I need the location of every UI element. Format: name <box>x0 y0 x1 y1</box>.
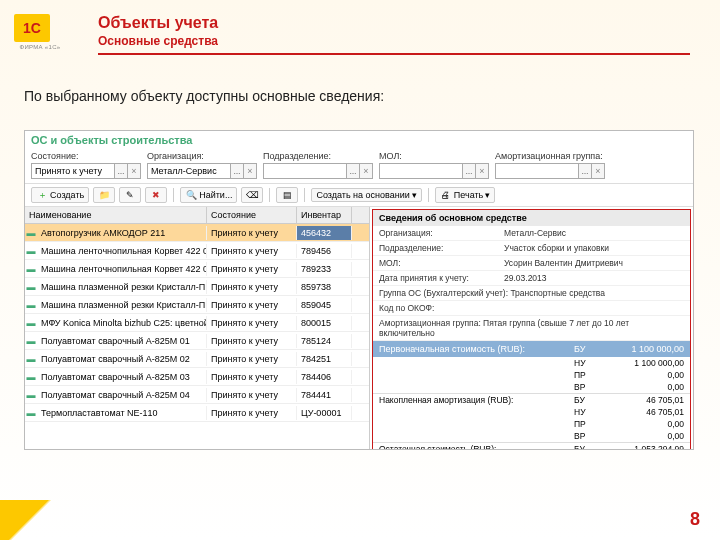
date-value: 29.03.2013 <box>504 273 684 283</box>
okof-label: Код по ОКОФ: <box>379 303 684 313</box>
list-button[interactable]: ▤ <box>276 187 298 203</box>
item-icon: ▬ <box>25 372 37 382</box>
cell-state: Принято к учету <box>207 406 297 420</box>
th-state[interactable]: Состояние <box>207 207 297 223</box>
table-header: Наименование Состояние Инвентар <box>25 207 369 224</box>
cost-k: НУ <box>574 358 604 368</box>
table-row[interactable]: ▬МФУ Konica Minolta bizhub C25: цветной;… <box>25 314 369 332</box>
table-row[interactable]: ▬Машина ленточнопильная Корвет 422 01При… <box>25 242 369 260</box>
table-row[interactable]: ▬Машина плазменной резки Кристалл-ППлПри… <box>25 278 369 296</box>
cell-state: Принято к учету <box>207 226 297 240</box>
cost-k: ВР <box>574 382 604 392</box>
cell-name: МФУ Konica Minolta bizhub C25: цветной; … <box>37 316 207 330</box>
delete-button[interactable]: ✖ <box>145 187 167 203</box>
item-icon: ▬ <box>25 354 37 364</box>
item-icon: ▬ <box>25 408 37 418</box>
dots-icon[interactable]: … <box>346 163 360 179</box>
table: Наименование Состояние Инвентар ▬Автопог… <box>25 207 370 450</box>
table-row[interactable]: ▬Полуавтомат сварочный А-825М 01Принято … <box>25 332 369 350</box>
clear-icon[interactable]: × <box>243 163 257 179</box>
cell-inv: 456432 <box>297 226 352 240</box>
th-name[interactable]: Наименование <box>25 207 207 223</box>
table-row[interactable]: ▬Полуавтомат сварочный А-825М 02Принято … <box>25 350 369 368</box>
cell-name: Термопластавтомат NE-110 <box>37 406 207 420</box>
title-main: Объекты учета <box>98 14 720 32</box>
cost-k: НУ <box>574 407 604 417</box>
list-icon: ▤ <box>281 189 293 201</box>
cost-v: 0,00 <box>604 370 684 380</box>
new-folder-button[interactable]: 📁 <box>93 187 115 203</box>
mol-value: Усорин Валентин Дмитриевич <box>504 258 684 268</box>
cost-v: 46 705,01 <box>604 395 684 405</box>
filter-state-input[interactable]: Принято к учету <box>31 163 115 179</box>
clear-icon[interactable]: × <box>127 163 141 179</box>
corner-decoration <box>0 500 60 540</box>
search-icon: 🔍 <box>185 189 197 201</box>
print-button[interactable]: 🖨Печать ▾ <box>435 187 495 203</box>
clear-icon[interactable]: × <box>359 163 373 179</box>
title-line <box>98 53 690 55</box>
folder-plus-icon: 📁 <box>98 189 110 201</box>
item-icon: ▬ <box>25 264 37 274</box>
cell-state: Принято к учету <box>207 298 297 312</box>
table-row[interactable]: ▬Автопогрузчик АМКОДОР 211Принято к учет… <box>25 224 369 242</box>
cost-v: 0,00 <box>604 382 684 392</box>
table-row[interactable]: ▬Термопластавтомат NE-110Принято к учету… <box>25 404 369 422</box>
cell-name: Полуавтомат сварочный А-825М 02 <box>37 352 207 366</box>
title-sub: Основные средства <box>98 34 720 48</box>
filter-mol-input[interactable] <box>379 163 463 179</box>
dots-icon[interactable]: … <box>114 163 128 179</box>
logo-sub: ФИРМА «1С» <box>14 44 66 50</box>
th-inv[interactable]: Инвентар <box>297 207 352 223</box>
edit-button[interactable]: ✎ <box>119 187 141 203</box>
dots-icon[interactable]: … <box>462 163 476 179</box>
logo-box: 1С <box>14 14 50 42</box>
cell-inv: 859045 <box>297 298 352 312</box>
pencil-icon: ✎ <box>124 189 136 201</box>
cell-name: Машина ленточнопильная Корвет 422 02 <box>37 262 207 276</box>
separator <box>173 188 174 202</box>
cell-name: Машина плазменной резки Кристалл-ППл <box>37 280 207 294</box>
cost-v: 1 100 000,00 <box>604 344 684 354</box>
dep-label: Подразделение: <box>379 243 504 253</box>
clear-icon[interactable]: × <box>591 163 605 179</box>
item-icon: ▬ <box>25 246 37 256</box>
app-window: ОС и объекты строительства Состояние: Пр… <box>24 130 694 450</box>
create-button[interactable]: ＋Создать <box>31 187 89 203</box>
find-button[interactable]: 🔍Найти... <box>180 187 237 203</box>
table-row[interactable]: ▬Полуавтомат сварочный А-825М 03Принято … <box>25 368 369 386</box>
clear-find-button[interactable]: ⌫ <box>241 187 263 203</box>
filter-org-input[interactable]: Металл-Сервис <box>147 163 231 179</box>
print-icon: 🖨 <box>440 189 452 201</box>
toolbar: ＋Создать 📁 ✎ ✖ 🔍Найти... ⌫ ▤ Создать на … <box>25 184 693 207</box>
item-icon: ▬ <box>25 300 37 310</box>
cell-inv: 789456 <box>297 244 352 258</box>
filter-org-label: Организация: <box>147 151 257 161</box>
cost-v: 46 705,01 <box>604 407 684 417</box>
table-row[interactable]: ▬Машина плазменной резки Кристалл-ППлПри… <box>25 296 369 314</box>
cost-k: ПР <box>574 370 604 380</box>
cost-k: БУ <box>574 344 604 354</box>
table-row[interactable]: ▬Полуавтомат сварочный А-825М 04Принято … <box>25 386 369 404</box>
filter-dep-input[interactable] <box>263 163 347 179</box>
cell-state: Принято к учету <box>207 388 297 402</box>
chevron-down-icon: ▾ <box>412 190 417 200</box>
details-panel: Сведения об основном средстве Организаци… <box>372 209 691 450</box>
separator <box>428 188 429 202</box>
table-row[interactable]: ▬Машина ленточнопильная Корвет 422 02При… <box>25 260 369 278</box>
cell-inv: ЦУ-00001 <box>297 406 352 420</box>
clear-icon[interactable]: × <box>475 163 489 179</box>
cost-v: 0,00 <box>604 419 684 429</box>
dots-icon[interactable]: … <box>578 163 592 179</box>
filter-amort-input[interactable] <box>495 163 579 179</box>
cell-name: Машина плазменной резки Кристалл-ППл <box>37 298 207 312</box>
cell-inv: 785124 <box>297 334 352 348</box>
cost-v: 1 100 000,00 <box>604 358 684 368</box>
logo: 1С ФИРМА «1С» <box>14 14 66 59</box>
dots-icon[interactable]: … <box>230 163 244 179</box>
filter-mol-label: МОЛ: <box>379 151 489 161</box>
cell-inv: 789233 <box>297 262 352 276</box>
item-icon: ▬ <box>25 228 37 238</box>
create-based-button[interactable]: Создать на основании ▾ <box>311 188 421 202</box>
group-label: Группа ОС (Бухгалтерский учет): Транспор… <box>379 288 684 298</box>
